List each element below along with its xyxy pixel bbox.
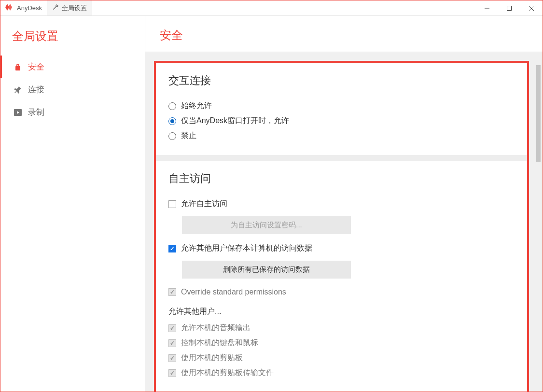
lock-icon	[14, 63, 22, 71]
anydesk-logo-icon	[5, 4, 14, 12]
perm-keyboard-mouse: 控制本机的键盘和鼠标	[168, 336, 515, 350]
window-controls	[476, 0, 543, 15]
pin-icon	[14, 86, 22, 94]
page-title: 安全	[160, 28, 528, 43]
section-title: 自主访问	[168, 171, 515, 186]
tab-anydesk-label: AnyDesk	[17, 4, 42, 12]
checkbox-label: 允许自主访问	[181, 199, 227, 209]
radio-always-allow[interactable]: 始终允许	[168, 98, 515, 113]
delete-saved-data-button[interactable]: 删除所有已保存的访问数据	[182, 261, 351, 279]
checkbox-icon	[168, 354, 176, 362]
tab-anydesk[interactable]: AnyDesk	[0, 0, 47, 15]
checkbox-allow-unattended[interactable]: 允许自主访问	[168, 196, 515, 211]
perm-audio-output: 允许本机的音频输出	[168, 321, 515, 336]
svg-rect-3	[507, 6, 512, 10]
checkbox-label: 允许其他用户保存本计算机的访问数据	[181, 243, 312, 253]
checkbox-icon	[168, 288, 176, 296]
checkbox-label: Override standard permissions	[181, 288, 286, 296]
tab-strip: AnyDesk 全局设置	[0, 0, 476, 15]
scroll-area[interactable]: 交互连接 始终允许 仅当AnyDesk窗口打开时，允许 禁止	[145, 52, 543, 392]
wrench-icon	[52, 4, 59, 12]
svg-marker-1	[8, 4, 12, 11]
content-header: 安全	[145, 16, 543, 52]
vertical-scrollbar[interactable]	[535, 64, 542, 392]
sidebar-item-label: 安全	[28, 61, 44, 72]
main-area: 全局设置 安全 连接 录制 安全 交互连接	[0, 16, 543, 392]
perm-clipboard: 使用本机的剪贴板	[168, 350, 515, 365]
content: 安全 交互连接 始终允许 仅当AnyDesk窗口打开时，允许 禁	[145, 16, 543, 392]
section-interactive-access: 交互连接 始终允许 仅当AnyDesk窗口打开时，允许 禁止	[156, 63, 527, 155]
maximize-button[interactable]	[498, 0, 520, 15]
radio-allow-when-open[interactable]: 仅当AnyDesk窗口打开时，允许	[168, 113, 515, 128]
checkbox-icon	[168, 200, 176, 208]
sidebar-item-label: 连接	[28, 84, 44, 95]
minimize-button[interactable]	[476, 0, 498, 15]
sidebar: 全局设置 安全 连接 录制	[0, 16, 145, 392]
radio-icon	[168, 132, 176, 140]
radio-label: 仅当AnyDesk窗口打开时，允许	[181, 116, 289, 126]
radio-label: 禁止	[181, 131, 196, 141]
checkbox-label: 允许本机的音频输出	[181, 323, 251, 333]
checkbox-allow-save-credentials[interactable]: 允许其他用户保存本计算机的访问数据	[168, 241, 515, 256]
radio-icon	[168, 117, 176, 125]
radio-icon	[168, 102, 176, 110]
scrollbar-thumb[interactable]	[536, 65, 541, 162]
sidebar-item-recording[interactable]: 录制	[0, 101, 145, 124]
permissions-heading: 允许其他用户...	[168, 307, 515, 317]
sidebar-title: 全局设置	[0, 26, 145, 56]
section-title: 交互连接	[168, 73, 515, 88]
close-button[interactable]	[520, 0, 543, 15]
checkbox-label: 使用本机的剪贴板传输文件	[181, 368, 274, 378]
sidebar-item-security[interactable]: 安全	[0, 56, 145, 78]
checkbox-override-permissions: Override standard permissions	[168, 285, 515, 299]
radio-label: 始终允许	[181, 101, 212, 111]
play-icon	[14, 109, 22, 116]
checkbox-icon	[168, 369, 176, 377]
titlebar: AnyDesk 全局设置	[0, 0, 543, 16]
sidebar-item-connection[interactable]: 连接	[0, 78, 145, 101]
checkbox-icon	[168, 339, 176, 347]
checkbox-icon	[168, 245, 176, 252]
tab-settings-label: 全局设置	[62, 4, 87, 13]
checkbox-icon	[168, 324, 176, 332]
sidebar-item-label: 录制	[28, 107, 44, 118]
checkbox-label: 控制本机的键盘和鼠标	[181, 338, 258, 348]
highlighted-region: 交互连接 始终允许 仅当AnyDesk窗口打开时，允许 禁止	[154, 61, 529, 392]
set-password-button[interactable]: 为自主访问设置密码...	[182, 216, 351, 234]
section-unattended-access: 自主访问 允许自主访问 为自主访问设置密码... 允许其他用户保存本计算机的访问…	[156, 155, 527, 392]
perm-clipboard-file: 使用本机的剪贴板传输文件	[168, 365, 515, 380]
checkbox-label: 使用本机的剪贴板	[181, 353, 243, 363]
tab-settings[interactable]: 全局设置	[47, 0, 92, 15]
radio-never-allow[interactable]: 禁止	[168, 128, 515, 143]
